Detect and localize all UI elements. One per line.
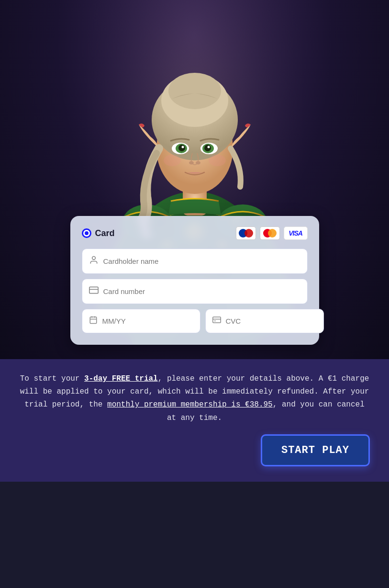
svg-point-15: [178, 145, 185, 151]
svg-rect-28: [89, 287, 98, 293]
calendar-icon: [89, 316, 98, 327]
trial-link[interactable]: 3-day FREE trial: [84, 374, 158, 383]
card-radio-button[interactable]: [82, 228, 91, 238]
mastercard-icon: [260, 226, 280, 240]
expiry-input[interactable]: [102, 317, 193, 325]
person-icon: [89, 255, 99, 267]
cardholder-name-field[interactable]: [82, 249, 308, 274]
svg-point-27: [92, 257, 95, 260]
card-label: Card: [95, 228, 115, 238]
svg-rect-34: [212, 317, 221, 323]
visa-icon: VISA: [284, 226, 308, 240]
cvc-card-icon: [212, 316, 221, 327]
card-radio-group[interactable]: Card: [82, 228, 115, 238]
cvc-input[interactable]: [226, 317, 317, 325]
card-icon: [89, 285, 99, 297]
svg-point-22: [196, 161, 200, 165]
svg-point-21: [189, 161, 194, 165]
card-form-header: Card VISA: [82, 226, 308, 240]
svg-point-19: [204, 145, 211, 151]
svg-point-12: [168, 73, 221, 109]
cta-section: START PLAY: [0, 434, 389, 482]
info-text-part1: To start your: [20, 374, 84, 383]
svg-point-16: [181, 146, 184, 148]
expiry-cvc-row: [82, 309, 308, 333]
info-text: To start your 3-day FREE trial, please e…: [19, 373, 370, 425]
card-number-field[interactable]: [82, 279, 308, 304]
card-input-group: [82, 249, 308, 333]
cvc-field[interactable]: [205, 309, 324, 333]
svg-point-20: [207, 146, 210, 148]
svg-rect-30: [90, 317, 97, 324]
card-number-input[interactable]: [103, 287, 300, 295]
card-icons-group: VISA: [236, 226, 308, 240]
maestro-icon: [236, 226, 256, 240]
premium-link[interactable]: monthly premium membership is €38.95: [107, 400, 273, 409]
cardholder-name-input[interactable]: [103, 257, 300, 265]
expiry-field[interactable]: [82, 309, 200, 333]
svg-point-24: [209, 155, 226, 166]
start-play-button[interactable]: START PLAY: [261, 434, 370, 466]
info-section: To start your 3-day FREE trial, please e…: [0, 359, 389, 434]
svg-point-23: [164, 155, 181, 166]
character-section: Card VISA: [0, 0, 389, 359]
payment-card-form: Card VISA: [70, 216, 319, 345]
